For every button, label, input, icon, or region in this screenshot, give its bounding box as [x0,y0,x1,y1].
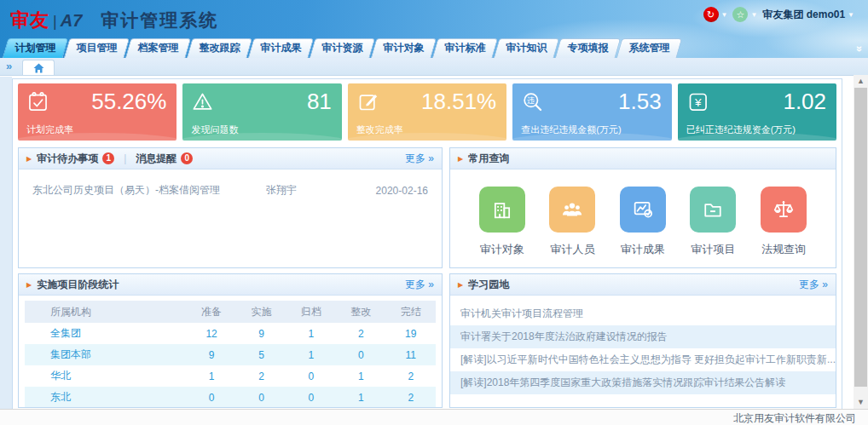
stat-cell[interactable]: 0 [187,387,236,408]
stat-cell[interactable]: 1 [286,344,336,365]
stat-cell[interactable]: 0 [336,344,385,365]
stat-cell[interactable]: 1 [286,323,336,344]
chevron-down-icon[interactable]: ▼ [721,11,728,19]
brand-name: 审友 [10,8,49,33]
query-audit-objects[interactable]: 审计对象 [479,187,525,257]
scrollbar-thumb[interactable] [854,88,867,387]
panel-grid: ▶ 审计待办事项 1 | 消息提醒 0 更多 » 东北公司历史项目（易天）-档案… [18,147,836,408]
stat-cell[interactable]: 1 [336,365,385,387]
tab-audit-knowledge[interactable]: 审计知识 [496,38,557,58]
todo-list-item[interactable]: 东北公司历史项目（易天）-档案借阅管理 张翔宇 2020-02-16 [19,169,442,198]
calendar-check-icon [26,90,49,113]
tab-special-reporting[interactable]: 专项填报 [558,38,618,58]
kpi-found-issues[interactable]: 81 发现问题数 [182,83,341,141]
user-menu[interactable]: 审友集团 demo01 [762,8,845,22]
kpi-label: 查出违纪违规金额(万元) [521,123,621,136]
kpi-rectification-completion[interactable]: 18.51% 整改完成率 [348,83,506,141]
column-header: 完结 [386,301,436,323]
org-cell[interactable]: 华北 [25,365,187,387]
org-cell[interactable]: 集团本部 [25,344,187,365]
stat-cell[interactable]: 12 [187,323,236,344]
tab-system-management[interactable]: 系统管理 [619,38,680,58]
stats-more-link[interactable]: 更多 » [405,278,434,292]
list-item[interactable]: 审计机关审计项目流程管理 [450,302,836,325]
learning-more-link[interactable]: 更多 » [799,278,828,292]
stat-cell[interactable]: 0 [286,387,336,408]
tab-audit-objects[interactable]: 审计对象 [373,38,434,58]
todo-item-person: 张翔宇 [266,183,360,198]
stat-cell[interactable]: 5 [236,344,286,365]
company-name: 北京用友审计软件有限公司 [733,412,856,424]
kpi-value: 1.02 [783,89,826,115]
stat-cell[interactable]: 1 [336,387,385,408]
tab-audit-standards[interactable]: 审计标准 [435,38,495,58]
message-count-badge: 0 [181,152,193,164]
tab-archive-management[interactable]: 档案管理 [128,38,188,58]
query-audit-projects[interactable]: 审计项目 [690,187,736,257]
collapse-up-icon[interactable]: « [852,46,865,52]
list-item[interactable]: 审计署关于2018年度法治政府建设情况的报告 [450,325,836,348]
svg-text:违: 违 [528,96,535,105]
section-bullet-icon: ▶ [26,281,32,289]
left-margin [0,77,12,409]
tile-label: 法规查询 [761,242,807,257]
query-regulations[interactable]: 法规查询 [761,187,807,257]
chevron-down-icon[interactable]: ▼ [750,11,757,19]
tab-rectification-tracking[interactable]: 整改跟踪 [189,38,250,58]
building-icon [479,187,525,233]
list-item[interactable]: [解读]2018年第四季度国家重大政策措施落实情况跟踪审计结果公告解读 [450,371,836,394]
org-cell[interactable]: 东北 [25,387,187,408]
column-header: 归档 [286,301,336,323]
brand-logo: 审友 | A7 审计管理系统 [10,8,218,33]
stat-cell[interactable]: 19 [386,323,436,344]
main-nav-tabs: 计划管理 项目管理 档案管理 整改跟踪 审计成果 审计资源 审计对象 审计标准 … [5,38,680,58]
todo-item-name[interactable]: 东北公司历史项目（易天）-档案借阅管理 [32,183,266,198]
app-window: 审友 | A7 审计管理系统 ↻ ▼ ☆ ▼ 审友集团 demo01 ▼ 计划管… [0,0,868,425]
tab-project-management[interactable]: 项目管理 [67,38,127,58]
column-header: 准备 [187,301,236,323]
tab-plan-management[interactable]: 计划管理 [5,38,66,58]
kpi-violation-amount-found[interactable]: 违 1.53 查出违纪违规金额(万元) [512,83,671,141]
stat-cell[interactable]: 2 [236,365,286,387]
tile-label: 审计成果 [620,242,666,257]
scroll-down-icon[interactable]: ▼ [854,396,868,409]
stat-cell[interactable]: 9 [187,344,236,365]
table-row: 集团本部 9 5 1 0 11 [25,344,436,365]
todo-more-link[interactable]: 更多 » [405,152,434,166]
kpi-violation-funds-corrected[interactable]: ¥ 1.02 已纠正违纪违规资金(万元) [678,83,836,141]
tab-scroll-icon[interactable]: » [6,60,12,72]
tab-audit-resources[interactable]: 审计资源 [312,38,373,58]
stat-cell[interactable]: 0 [286,365,336,387]
stat-cell[interactable]: 1 [187,365,236,387]
stat-cell[interactable]: 11 [386,344,436,365]
kpi-value: 81 [307,89,332,115]
chevron-down-icon[interactable]: ▼ [848,11,854,19]
scroll-up-icon[interactable]: ▲ [854,75,868,88]
tile-label: 审计对象 [479,242,525,257]
kpi-plan-completion[interactable]: 55.26% 计划完成率 [18,83,176,141]
brand-product: A7 [61,11,83,31]
todo-title[interactable]: 审计待办事项 [37,152,98,166]
org-cell[interactable]: 全集团 [25,323,187,344]
people-group-icon [549,187,595,233]
stat-cell[interactable]: 2 [386,365,436,387]
vertical-scrollbar[interactable]: ▲ ▼ [854,75,868,409]
refresh-icon[interactable]: ↻ [703,7,719,22]
home-tab[interactable] [22,60,55,75]
message-reminder-title[interactable]: 消息提醒 [136,152,176,166]
favorite-star-icon[interactable]: ☆ [732,7,748,22]
stage-stats-table: 所属机构 准备 实施 归档 整改 完结 全集团 [25,301,436,408]
tab-audit-results[interactable]: 审计成果 [251,38,311,58]
list-item[interactable]: [解读]以习近平新时代中国特色社会主义思想为指导 更好担负起审计工作新职责新..… [450,348,836,371]
query-audit-results[interactable]: 审计成果 [620,187,666,257]
stat-cell[interactable]: 9 [236,323,286,344]
query-audit-personnel[interactable]: 审计人员 [549,187,595,257]
stat-cell[interactable]: 2 [336,323,385,344]
table-row: 东北 0 0 0 1 2 [25,387,436,408]
table-row: 全集团 12 9 1 2 19 [25,323,436,344]
stat-cell[interactable]: 2 [386,387,436,408]
kpi-label: 计划完成率 [26,123,73,136]
kpi-cards: 55.26% 计划完成率 81 发现问题数 [18,83,836,141]
stat-cell[interactable]: 0 [236,387,286,408]
quick-query-header: ▶ 常用查询 [450,148,836,169]
